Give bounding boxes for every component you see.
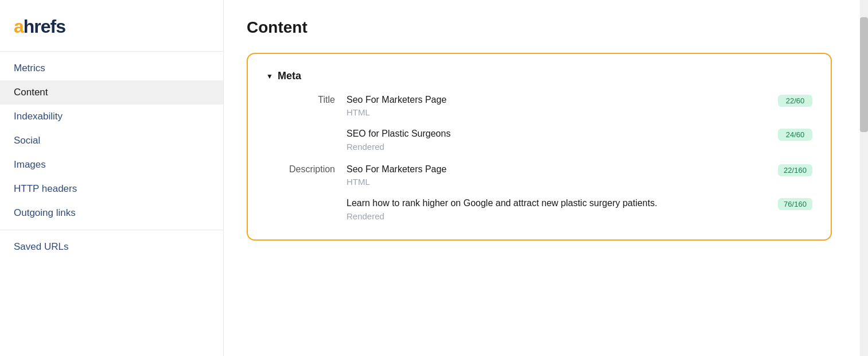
title-row-content: Seo For Marketers Page HTML 22/60 SEO fo… — [347, 94, 812, 152]
description-rendered-main-text: Learn how to rank higher on Google and a… — [347, 197, 769, 210]
title-html-entry: Seo For Marketers Page HTML 22/60 — [347, 94, 812, 117]
description-row-content: Seo For Marketers Page HTML 22/160 Learn… — [347, 163, 812, 221]
meta-section-label: Meta — [278, 70, 301, 82]
meta-header: ▼ Meta — [266, 70, 812, 82]
description-html-entry: Seo For Marketers Page HTML 22/160 — [347, 163, 812, 187]
sidebar-nav: Metrics Content Indexability Social Imag… — [0, 56, 223, 225]
title-rendered-entry: SEO for Plastic Surgeons Rendered 24/60 — [347, 127, 812, 151]
sidebar-item-http-headers[interactable]: HTTP headers — [0, 177, 223, 201]
sidebar-top-divider — [0, 51, 223, 52]
description-rendered-sub-text: Rendered — [347, 211, 769, 221]
description-rendered-text-block: Learn how to rank higher on Google and a… — [347, 197, 769, 220]
title-rendered-text-block: SEO for Plastic Surgeons Rendered — [347, 127, 769, 151]
sidebar-item-images[interactable]: Images — [0, 153, 223, 177]
sidebar-item-content[interactable]: Content — [0, 80, 223, 105]
scrollbar-track[interactable] — [860, 0, 868, 356]
logo-a-letter: a — [14, 16, 24, 37]
sidebar-item-social[interactable]: Social — [0, 129, 223, 153]
title-rendered-sub-text: Rendered — [347, 142, 769, 152]
sidebar: ahrefs Metrics Content Indexability Soci… — [0, 0, 224, 356]
description-rendered-entry: Learn how to rank higher on Google and a… — [347, 197, 812, 220]
title-html-badge: 22/60 — [778, 95, 812, 107]
description-rendered-badge: 76/160 — [778, 198, 812, 210]
sidebar-item-metrics[interactable]: Metrics — [0, 56, 223, 80]
scrollbar-thumb[interactable] — [860, 17, 868, 132]
description-html-main-text: Seo For Marketers Page — [347, 163, 769, 176]
main-content: Content ▼ Meta Title Seo For Marketers P… — [224, 0, 868, 356]
title-row-label: Title — [266, 94, 347, 105]
page-title: Content — [247, 18, 845, 37]
meta-card: ▼ Meta Title Seo For Marketers Page HTML… — [247, 53, 832, 241]
title-rendered-main-text: SEO for Plastic Surgeons — [347, 127, 769, 140]
description-row-label: Description — [266, 163, 347, 175]
description-html-badge: 22/160 — [778, 164, 812, 176]
description-html-text-block: Seo For Marketers Page HTML — [347, 163, 769, 187]
description-html-sub-text: HTML — [347, 177, 769, 187]
logo: ahrefs — [0, 16, 223, 51]
title-rendered-badge: 24/60 — [778, 129, 812, 141]
meta-collapse-arrow[interactable]: ▼ — [266, 72, 273, 80]
sidebar-item-indexability[interactable]: Indexability — [0, 105, 223, 129]
logo-text: ahrefs — [14, 16, 65, 37]
sidebar-lower-divider — [0, 230, 223, 230]
sidebar-item-saved-urls[interactable]: Saved URLs — [0, 235, 223, 259]
logo-rest: hrefs — [24, 16, 65, 37]
title-html-text-block: Seo For Marketers Page HTML — [347, 94, 769, 117]
meta-row-description: Description Seo For Marketers Page HTML … — [266, 163, 812, 221]
title-html-main-text: Seo For Marketers Page — [347, 94, 769, 106]
meta-row-title: Title Seo For Marketers Page HTML 22/60 … — [266, 94, 812, 152]
sidebar-item-outgoing-links[interactable]: Outgoing links — [0, 201, 223, 225]
title-html-sub-text: HTML — [347, 107, 769, 117]
